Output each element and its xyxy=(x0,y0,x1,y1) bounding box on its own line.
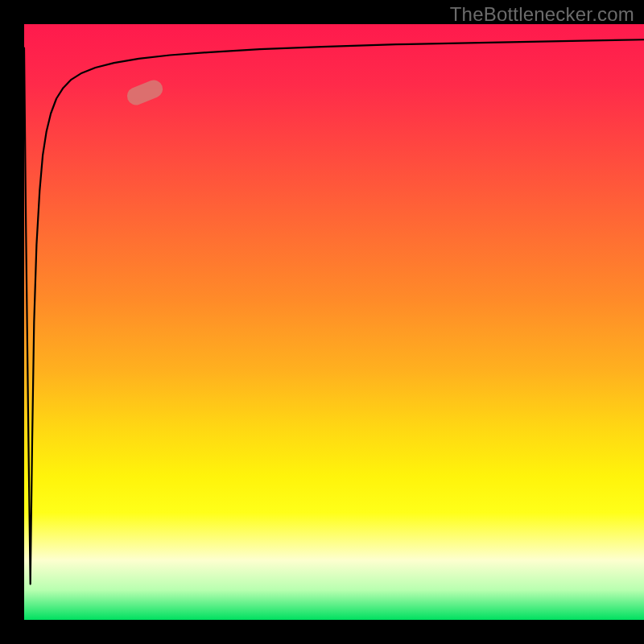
curve-svg xyxy=(24,24,644,620)
attribution-label: TheBottlenecker.com xyxy=(450,3,634,26)
plot-area xyxy=(24,24,644,620)
curve-line xyxy=(24,39,644,584)
